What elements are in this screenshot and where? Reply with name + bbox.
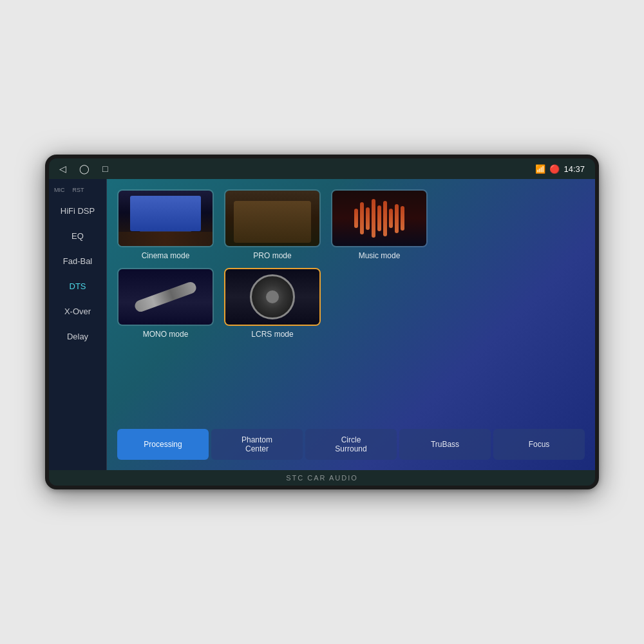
mic-label: MIC (54, 187, 65, 193)
pro-room (234, 201, 311, 243)
clock: 14:37 (564, 164, 585, 174)
tab-focus[interactable]: Focus (493, 429, 585, 460)
tab-phantom-center[interactable]: PhantomCenter (211, 429, 303, 460)
modes-grid: Cinema mode PRO mode (117, 189, 585, 421)
home-button[interactable]: ◯ (79, 164, 90, 174)
sidebar-item-delay[interactable]: Delay (53, 325, 102, 348)
status-icons: 📶 🔴 14:37 (535, 164, 585, 174)
device-screen: ◁ ◯ □ 📶 🔴 14:37 MIC RST HiFi DSP EQ Fad-… (49, 158, 595, 486)
mono-label: MONO mode (143, 330, 189, 339)
wifi-icon: 📶 (535, 164, 545, 174)
mono-bg (118, 269, 213, 325)
modes-row-2: MONO mode LCRS mode (117, 268, 585, 339)
tab-processing[interactable]: Processing (117, 429, 209, 460)
sidebar-item-dts[interactable]: DTS (53, 275, 102, 298)
tab-circle-surround[interactable]: CircleSurround (305, 429, 397, 460)
rst-label: RST (73, 187, 84, 193)
cinema-screen (130, 196, 201, 231)
nav-buttons: ◁ ◯ □ (59, 164, 108, 174)
sidebar-item-eq[interactable]: EQ (53, 225, 102, 247)
pro-thumbnail (224, 189, 321, 247)
mode-music[interactable]: Music mode (331, 189, 428, 260)
music-thumbnail (331, 189, 428, 247)
back-button[interactable]: ◁ (59, 164, 66, 174)
footer-text: STC CAR AUDIO (286, 474, 358, 482)
lcrs-label: LCRS mode (251, 330, 293, 339)
content-area: Cinema mode PRO mode (107, 179, 595, 470)
sidebar-item-hifi-dsp[interactable]: HiFi DSP (53, 200, 102, 222)
bottom-tabs: Processing PhantomCenter CircleSurround … (117, 429, 585, 460)
device-frame: ◁ ◯ □ 📶 🔴 14:37 MIC RST HiFi DSP EQ Fad-… (45, 155, 599, 489)
tab-trubass[interactable]: TruBass (399, 429, 491, 460)
mode-lcrs[interactable]: LCRS mode (224, 268, 321, 339)
recents-button[interactable]: □ (102, 164, 108, 174)
lcrs-thumbnail (224, 268, 321, 326)
jack-plug (133, 280, 198, 313)
cinema-seats (118, 232, 213, 245)
status-bar: ◁ ◯ □ 📶 🔴 14:37 (49, 158, 595, 179)
mode-mono[interactable]: MONO mode (117, 268, 214, 339)
speaker-cone (250, 274, 295, 319)
sidebar-item-x-over[interactable]: X-Over (53, 300, 102, 323)
sidebar-item-fad-bal[interactable]: Fad-Bal (53, 250, 102, 272)
mode-cinema[interactable]: Cinema mode (117, 189, 214, 260)
waveform (354, 199, 404, 238)
music-label: Music mode (359, 251, 401, 260)
pro-label: PRO mode (253, 251, 291, 260)
cinema-thumbnail (117, 189, 214, 247)
sidebar-top-labels: MIC RST (49, 184, 106, 198)
mono-thumbnail (117, 268, 214, 326)
cinema-label: Cinema mode (142, 251, 190, 260)
lcrs-bg (225, 269, 319, 325)
modes-row-1: Cinema mode PRO mode (117, 189, 585, 260)
footer: STC CAR AUDIO (49, 470, 595, 486)
bluetooth-icon: 🔴 (549, 164, 560, 174)
mode-pro[interactable]: PRO mode (224, 189, 321, 260)
cinema-bg (118, 191, 213, 246)
music-bg (332, 191, 426, 246)
sidebar: MIC RST HiFi DSP EQ Fad-Bal DTS X-Over D… (49, 179, 107, 470)
pro-bg (225, 191, 319, 246)
main-area: MIC RST HiFi DSP EQ Fad-Bal DTS X-Over D… (49, 179, 595, 470)
